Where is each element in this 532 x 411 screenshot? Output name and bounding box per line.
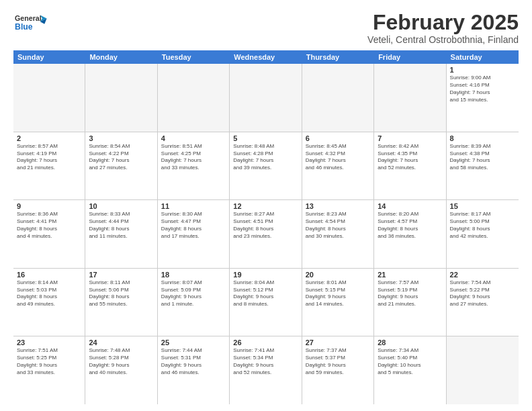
day-number: 11 [161,202,226,210]
cal-cell-3-7: 15Sunrise: 8:17 AM Sunset: 5:00 PM Dayli… [447,200,519,268]
cal-cell-1-5 [302,64,374,132]
day-info: Sunrise: 8:48 AM Sunset: 4:28 PM Dayligh… [233,143,298,172]
cal-cell-3-1: 9Sunrise: 8:36 AM Sunset: 4:41 PM Daylig… [13,200,85,268]
day-info: Sunrise: 7:57 AM Sunset: 5:19 PM Dayligh… [378,279,442,308]
cal-cell-4-5: 20Sunrise: 8:01 AM Sunset: 5:15 PM Dayli… [302,269,374,336]
cal-cell-5-2: 24Sunrise: 7:48 AM Sunset: 5:28 PM Dayli… [85,336,157,404]
cal-cell-3-3: 11Sunrise: 8:30 AM Sunset: 4:47 PM Dayli… [158,200,230,268]
day-number: 24 [89,338,153,347]
day-number: 13 [306,202,370,210]
day-info: Sunrise: 8:01 AM Sunset: 5:15 PM Dayligh… [306,279,370,308]
cal-cell-4-1: 16Sunrise: 8:14 AM Sunset: 5:03 PM Dayli… [13,269,85,336]
week-row-5: 23Sunrise: 7:51 AM Sunset: 5:25 PM Dayli… [13,336,519,404]
logo: General Blue [13,11,47,35]
cal-cell-3-4: 12Sunrise: 8:27 AM Sunset: 4:51 PM Dayli… [230,200,302,268]
day-info: Sunrise: 8:39 AM Sunset: 4:38 PM Dayligh… [450,143,515,172]
day-info: Sunrise: 8:23 AM Sunset: 4:54 PM Dayligh… [306,211,370,240]
day-info: Sunrise: 8:45 AM Sunset: 4:32 PM Dayligh… [306,143,370,172]
cal-cell-4-4: 19Sunrise: 8:04 AM Sunset: 5:12 PM Dayli… [230,269,302,336]
day-info: Sunrise: 7:37 AM Sunset: 5:37 PM Dayligh… [306,347,370,376]
header-saturday: Saturday [447,50,519,64]
calendar-header: Sunday Monday Tuesday Wednesday Thursday… [13,50,519,64]
day-number: 12 [233,202,298,210]
cal-cell-2-4: 5Sunrise: 8:48 AM Sunset: 4:28 PM Daylig… [230,132,302,200]
header-sunday: Sunday [13,50,85,64]
cal-cell-2-3: 4Sunrise: 8:51 AM Sunset: 4:25 PM Daylig… [158,132,230,200]
day-number: 2 [17,134,81,142]
day-number: 18 [161,271,226,279]
week-row-3: 9Sunrise: 8:36 AM Sunset: 4:41 PM Daylig… [13,200,519,269]
day-number: 7 [378,134,442,142]
week-row-2: 2Sunrise: 8:57 AM Sunset: 4:19 PM Daylig… [13,132,519,201]
day-info: Sunrise: 8:33 AM Sunset: 4:44 PM Dayligh… [89,211,153,240]
day-info: Sunrise: 8:54 AM Sunset: 4:22 PM Dayligh… [89,143,153,172]
svg-text:General: General [15,14,42,22]
day-number: 27 [306,338,370,347]
cal-cell-5-1: 23Sunrise: 7:51 AM Sunset: 5:25 PM Dayli… [13,336,85,404]
cal-cell-4-6: 21Sunrise: 7:57 AM Sunset: 5:19 PM Dayli… [374,269,446,336]
cal-cell-2-1: 2Sunrise: 8:57 AM Sunset: 4:19 PM Daylig… [13,132,85,200]
cal-cell-4-2: 17Sunrise: 8:11 AM Sunset: 5:06 PM Dayli… [85,269,157,336]
cal-cell-5-5: 27Sunrise: 7:37 AM Sunset: 5:37 PM Dayli… [302,336,374,404]
day-number: 5 [233,134,298,142]
day-info: Sunrise: 8:17 AM Sunset: 5:00 PM Dayligh… [450,211,515,240]
day-number: 17 [89,271,153,279]
header-friday: Friday [374,50,446,64]
cal-cell-4-7: 22Sunrise: 7:54 AM Sunset: 5:22 PM Dayli… [447,269,519,336]
day-info: Sunrise: 8:42 AM Sunset: 4:35 PM Dayligh… [378,143,442,172]
day-number: 4 [161,134,226,142]
header-wednesday: Wednesday [230,50,302,64]
day-number: 28 [378,338,442,347]
page: General Blue February 2025 Veteli, Centr… [0,0,532,411]
week-row-1: 1Sunrise: 9:00 AM Sunset: 4:16 PM Daylig… [13,64,519,132]
cal-cell-5-4: 26Sunrise: 7:41 AM Sunset: 5:34 PM Dayli… [230,336,302,404]
day-number: 15 [450,202,515,210]
day-info: Sunrise: 7:34 AM Sunset: 5:40 PM Dayligh… [378,347,442,376]
day-number: 19 [233,271,298,279]
cal-cell-3-5: 13Sunrise: 8:23 AM Sunset: 4:54 PM Dayli… [302,200,374,268]
svg-text:Blue: Blue [15,22,33,32]
week-row-4: 16Sunrise: 8:14 AM Sunset: 5:03 PM Dayli… [13,269,519,337]
day-info: Sunrise: 8:27 AM Sunset: 4:51 PM Dayligh… [233,211,298,240]
day-number: 20 [306,271,370,279]
day-number: 10 [89,202,153,210]
day-info: Sunrise: 9:00 AM Sunset: 4:16 PM Dayligh… [450,75,515,103]
header: General Blue February 2025 Veteli, Centr… [13,11,519,45]
header-thursday: Thursday [302,50,374,64]
day-number: 23 [17,338,81,347]
cal-cell-1-3 [158,64,230,132]
day-number: 6 [306,134,370,142]
cal-cell-2-7: 8Sunrise: 8:39 AM Sunset: 4:38 PM Daylig… [447,132,519,200]
cal-cell-1-2 [85,64,157,132]
cal-cell-3-6: 14Sunrise: 8:20 AM Sunset: 4:57 PM Dayli… [374,200,446,268]
day-info: Sunrise: 8:04 AM Sunset: 5:12 PM Dayligh… [233,279,298,308]
cal-cell-1-6 [374,64,446,132]
cal-cell-1-1 [13,64,85,132]
day-info: Sunrise: 7:44 AM Sunset: 5:31 PM Dayligh… [161,347,226,376]
cal-cell-1-7: 1Sunrise: 9:00 AM Sunset: 4:16 PM Daylig… [447,64,519,132]
day-info: Sunrise: 7:41 AM Sunset: 5:34 PM Dayligh… [233,347,298,376]
day-number: 22 [450,271,515,279]
day-number: 25 [161,338,226,347]
day-number: 1 [450,66,515,74]
cal-cell-2-6: 7Sunrise: 8:42 AM Sunset: 4:35 PM Daylig… [374,132,446,200]
day-number: 9 [17,202,81,210]
logo-icon: General Blue [13,11,47,35]
day-info: Sunrise: 8:57 AM Sunset: 4:19 PM Dayligh… [17,143,81,172]
day-info: Sunrise: 8:07 AM Sunset: 5:09 PM Dayligh… [161,279,226,308]
day-number: 26 [233,338,298,347]
cal-cell-3-2: 10Sunrise: 8:33 AM Sunset: 4:44 PM Dayli… [85,200,157,268]
day-info: Sunrise: 8:11 AM Sunset: 5:06 PM Dayligh… [89,279,153,308]
day-info: Sunrise: 8:51 AM Sunset: 4:25 PM Dayligh… [161,143,226,172]
cal-cell-4-3: 18Sunrise: 8:07 AM Sunset: 5:09 PM Dayli… [158,269,230,336]
cal-cell-5-6: 28Sunrise: 7:34 AM Sunset: 5:40 PM Dayli… [374,336,446,404]
calendar-body: 1Sunrise: 9:00 AM Sunset: 4:16 PM Daylig… [13,64,519,404]
cal-cell-2-2: 3Sunrise: 8:54 AM Sunset: 4:22 PM Daylig… [85,132,157,200]
cal-cell-1-4 [230,64,302,132]
month-title: February 2025 [367,11,519,34]
day-number: 8 [450,134,515,142]
day-number: 21 [378,271,442,279]
header-tuesday: Tuesday [158,50,230,64]
cal-cell-5-7 [447,336,519,404]
day-info: Sunrise: 7:51 AM Sunset: 5:25 PM Dayligh… [17,347,81,376]
